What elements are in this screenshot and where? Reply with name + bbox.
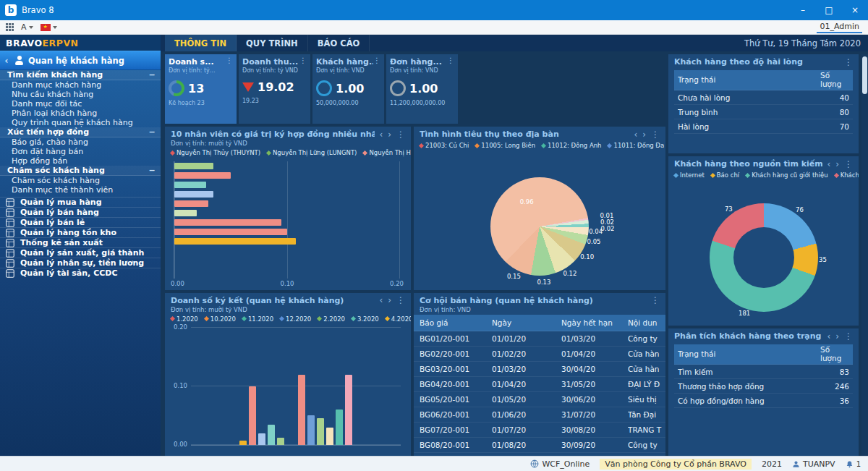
tab-bao-cao[interactable]: BÁO CÁO [308, 35, 370, 51]
column-header-trang-thai[interactable]: Trạng thái [678, 76, 819, 85]
legend-item-bao-chi[interactable]: Báo chí [711, 171, 739, 179]
table-row[interactable]: Có hợp đồng/đơn hàng36 [674, 394, 853, 408]
bar-chart-canvas[interactable]: 0.000.100.20 [191, 328, 401, 446]
bar[interactable] [249, 386, 256, 445]
sidebar-item-cham-soc-khach-hang[interactable]: Chăm sóc khách hàng [0, 176, 161, 185]
legend-item-khach-h[interactable]: Khách h... [835, 171, 859, 179]
sidebar-item-danh-muc-khach-hang[interactable]: Danh mục khách hàng [0, 80, 161, 90]
bar[interactable] [174, 163, 213, 169]
column-header-noi-dun[interactable]: Nội dun [628, 318, 665, 327]
tab-thong-tin[interactable]: THÔNG TIN [165, 35, 237, 51]
pie-chart[interactable] [490, 177, 589, 276]
panel-menu-icon[interactable]: ⋮ [447, 57, 454, 64]
kpi-card-doanh-s[interactable]: Doanh s...⋮Đơn vị tính: tỷ...13Kế hoạch … [165, 54, 237, 124]
legend-item-nguyen-thi-thuy-thuynt[interactable]: Nguyễn Thị Thủy (THUYNT) [171, 149, 260, 156]
bar[interactable] [239, 441, 247, 446]
collapse-icon[interactable]: − [148, 70, 156, 80]
chevron-left-icon[interactable]: ‹ [3, 56, 10, 66]
table-row[interactable]: BG02/20-00101/02/2001/04/20Cửa hàn [414, 347, 665, 362]
pie-chart-canvas[interactable]: 0.010.020.020.040.050.100.120.130.150.96 [414, 150, 665, 290]
font-button[interactable]: A [21, 22, 33, 32]
sidebar-item-danh-muc-the-thanh-vien[interactable]: Danh mục thẻ thành viên [0, 185, 161, 195]
scrollbar-thumb[interactable] [862, 56, 867, 94]
sidebar-item-nhu-cau-khach-hang[interactable]: Nhu cầu khách hàng [0, 90, 161, 99]
grid-menu-icon[interactable] [6, 23, 14, 31]
sidebar-item-phan-loai-khach-hang[interactable]: Phân loại khách hàng [0, 109, 161, 118]
panel-menu-icon[interactable]: ⋮ [844, 160, 853, 169]
collapse-icon[interactable]: − [148, 166, 156, 175]
carousel-prev-icon[interactable]: ‹ [379, 296, 383, 305]
legend-item-12-2020[interactable]: 12.2020 [280, 315, 311, 323]
bar[interactable] [174, 182, 206, 188]
panel-menu-icon[interactable]: ⋮ [396, 296, 405, 305]
legend-item-11005-long-bien[interactable]: 11005: Long Biên [475, 142, 535, 149]
bar[interactable] [326, 428, 333, 445]
column-header-bao-gia[interactable]: Báo giá [420, 318, 492, 327]
bar[interactable] [174, 238, 296, 245]
legend-item-11011-ong-a[interactable]: 11011: Đống Đa [608, 142, 664, 149]
sidebar-module-quan-ly-ban-le[interactable]: Quản lý bán lẻ [0, 217, 161, 227]
legend-item-11-2020[interactable]: 11.2020 [242, 315, 273, 323]
table-row[interactable]: Hài lòng70 [674, 119, 853, 134]
column-header-ngay[interactable]: Ngày [492, 318, 561, 327]
legend-item-10-2020[interactable]: 10.2020 [205, 315, 236, 323]
table-row[interactable]: Tìm kiếm83 [674, 365, 853, 379]
donut-chart-canvas[interactable]: 763518173 [668, 179, 859, 326]
bar[interactable] [174, 200, 208, 207]
legend-item-nguyen-thi-h[interactable]: Nguyễn Thị H... [363, 149, 411, 156]
sidebar-group-tim-kiem-khach-hang[interactable]: Tìm kiếm khách hàng− [0, 70, 161, 80]
legend-item-4-2020[interactable]: 4.2020 [386, 315, 411, 323]
table-row[interactable]: BG01/20-00101/01/2001/03/20Công ty [414, 331, 665, 347]
bar[interactable] [268, 425, 275, 445]
bar[interactable] [345, 375, 352, 446]
maximize-button[interactable]: □ [816, 0, 842, 20]
collapse-icon[interactable]: − [148, 127, 156, 137]
table-row[interactable]: Chưa hài lòng40 [674, 90, 853, 105]
legend-item-khach-hang-cu-gioi-thieu[interactable]: Khách hàng cũ giới thiệu [746, 171, 828, 179]
sidebar-module-quan-ly-mua-hang[interactable]: Quản lý mua hàng [0, 197, 161, 207]
bar[interactable] [174, 172, 231, 179]
notifications-button[interactable]: 1 [846, 460, 861, 468]
legend-item-3-2020[interactable]: 3.2020 [352, 315, 379, 323]
sidebar-item-on-at-hang-ban[interactable]: Đơn đặt hàng bán [0, 147, 161, 156]
sidebar-module-quan-ly-ban-hang[interactable]: Quản lý bán hàng [0, 207, 161, 217]
user-menu[interactable]: 01_Admin [817, 22, 862, 33]
column-header-so-luong[interactable]: Số lượng [819, 346, 849, 362]
carousel-next-icon[interactable]: › [835, 160, 839, 169]
table-row[interactable]: Trung bình80 [674, 105, 853, 119]
sidebar-group-xuc-tien-hop-ong[interactable]: Xúc tiến hợp đồng− [0, 127, 161, 137]
table-row[interactable]: BG06/20-00101/06/2031/07/20Tân Đại [414, 407, 665, 423]
bar[interactable] [174, 219, 281, 226]
kpi-card-khach-hang[interactable]: Khách hàng...⋮Đơn vị tính: VND1.0050,000… [312, 54, 384, 124]
table-row[interactable]: BG03/20-00101/03/2030/04/20Cửa hàn [414, 362, 665, 377]
bar[interactable] [307, 415, 315, 445]
carousel-prev-icon[interactable]: ‹ [827, 332, 830, 341]
bar-chart-canvas[interactable] [174, 161, 399, 279]
sidebar-group-cham-soc-khach-hang[interactable]: Chăm sóc khách hàng− [0, 166, 161, 176]
panel-menu-icon[interactable]: ⋮ [299, 57, 307, 64]
legend-item-11012-ong-anh[interactable]: 11012: Đông Anh [542, 142, 601, 149]
panel-menu-icon[interactable]: ⋮ [844, 332, 853, 341]
sidebar-module-quan-ly-hang-ton-kho[interactable]: Quản lý hàng tồn kho [0, 227, 161, 237]
office-selector[interactable]: Văn phòng Công ty Cổ phần BRAVO [600, 459, 752, 470]
sidebar-module-quan-ly-tai-san-ccdc[interactable]: Quản lý tài sản, CCDC [0, 268, 161, 278]
bar[interactable] [174, 210, 197, 216]
carousel-next-icon[interactable]: › [835, 332, 839, 341]
kpi-card-doanh-thu[interactable]: Doanh thu...⋮Đơn vị tính: tỷ VND19.0219.… [239, 54, 310, 124]
carousel-next-icon[interactable]: › [642, 130, 646, 139]
bar[interactable] [277, 438, 284, 445]
kpi-card-on-hang[interactable]: Đơn hàng...⋮Đơn vị tính: VND1.0011,200,0… [386, 54, 458, 124]
legend-item-nguyen-thi-lung-lungnt[interactable]: Nguyễn Thị Lững (LUNGNT) [267, 149, 357, 156]
vertical-scrollbar[interactable] [861, 54, 868, 456]
panel-menu-icon[interactable]: ⋮ [396, 130, 405, 139]
table-row[interactable]: BG07/20-00101/07/2030/08/20TRANG T [414, 423, 665, 438]
bar[interactable] [174, 191, 213, 198]
bar[interactable] [336, 410, 343, 445]
bar[interactable] [317, 418, 324, 445]
column-header-so-luong[interactable]: Số lượng [819, 72, 849, 88]
column-header-ngay-het-han[interactable]: Ngày hết hạn [561, 318, 628, 327]
sidebar-item-bao-gia-chao-hang[interactable]: Báo giá, chào hàng [0, 137, 161, 147]
panel-menu-icon[interactable]: ⋮ [373, 57, 380, 64]
bar[interactable] [298, 375, 305, 446]
bar[interactable] [174, 229, 287, 235]
